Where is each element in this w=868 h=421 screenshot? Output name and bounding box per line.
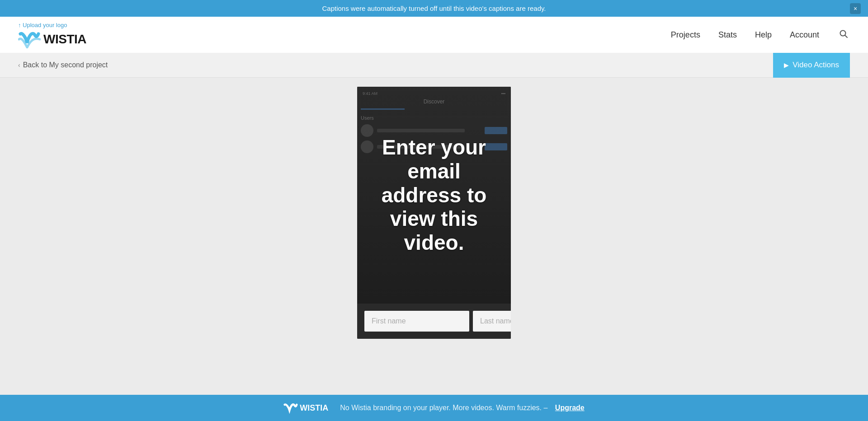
back-label: Back to My second project bbox=[23, 61, 108, 69]
email-overlay-text: Enter your email address to view this vi… bbox=[366, 136, 502, 255]
footer-logo: WISTIA bbox=[283, 402, 328, 414]
header: ↑ Upload your logo WISTIA Projects Stats… bbox=[0, 17, 868, 53]
video-email-form bbox=[357, 304, 511, 339]
footer-wistia-icon bbox=[283, 402, 298, 414]
notification-close-button[interactable]: × bbox=[850, 3, 861, 14]
wistia-logo-icon bbox=[18, 30, 41, 48]
notification-text: Captions were automatically turned off u… bbox=[322, 5, 546, 12]
wistia-logo: WISTIA bbox=[18, 30, 86, 48]
video-actions-label: Video Actions bbox=[793, 61, 839, 70]
logo-area: ↑ Upload your logo WISTIA bbox=[18, 22, 86, 48]
footer-upgrade-link[interactable]: Upgrade bbox=[555, 404, 585, 412]
nav-projects[interactable]: Projects bbox=[671, 30, 700, 40]
video-actions-button[interactable]: ▶ Video Actions bbox=[773, 53, 850, 78]
first-name-input[interactable] bbox=[364, 311, 469, 332]
chevron-left-icon: ‹ bbox=[18, 61, 20, 69]
wistia-logo-text: WISTIA bbox=[43, 32, 86, 47]
notification-bar: Captions were automatically turned off u… bbox=[0, 0, 868, 17]
header-nav: Projects Stats Help Account bbox=[671, 28, 850, 42]
email-gate-overlay: Enter your email address to view this vi… bbox=[357, 87, 511, 304]
play-icon: ▶ bbox=[784, 61, 789, 69]
nav-account[interactable]: Account bbox=[790, 30, 819, 40]
video-container: 9:41 AM ▪▪▪ Discover Users bbox=[357, 87, 511, 339]
svg-line-1 bbox=[845, 35, 847, 37]
upload-logo-link[interactable]: ↑ Upload your logo bbox=[18, 22, 86, 28]
footer-message: No Wistia branding on your player. More … bbox=[340, 404, 547, 412]
search-button[interactable] bbox=[837, 28, 850, 42]
main-content: 9:41 AM ▪▪▪ Discover Users bbox=[0, 78, 868, 395]
nav-stats[interactable]: Stats bbox=[718, 30, 737, 40]
back-link[interactable]: ‹ Back to My second project bbox=[18, 61, 108, 69]
footer-bar: WISTIA No Wistia branding on your player… bbox=[0, 395, 868, 421]
footer-wistia-text: WISTIA bbox=[300, 403, 328, 413]
video-background: 9:41 AM ▪▪▪ Discover Users bbox=[357, 87, 511, 304]
nav-help[interactable]: Help bbox=[755, 30, 772, 40]
last-name-input[interactable] bbox=[473, 311, 511, 332]
search-icon bbox=[839, 29, 848, 38]
sub-header: ‹ Back to My second project ▶ Video Acti… bbox=[0, 53, 868, 78]
